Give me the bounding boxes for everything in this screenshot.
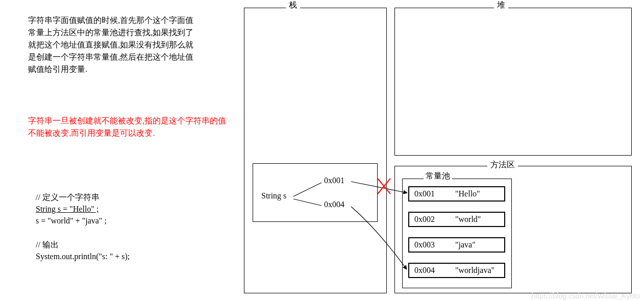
- code-comment-2: // 输出: [36, 239, 59, 251]
- pool-val-3: "worldjava": [455, 266, 494, 275]
- code-comment-1: // 定义一个字符串: [36, 191, 100, 204]
- pool-item-1: 0x002 "world": [408, 212, 505, 227]
- explanation-paragraph-2: 字符串一旦被创建就不能被改变,指的是这个字符串的值不能被改变,而引用变量是可以改…: [28, 115, 232, 139]
- explanation-paragraph-1: 字符串字面值赋值的时候,首先那个这个字面值常量上方法区中的常量池进行查找,如果找…: [28, 14, 202, 76]
- pool-item-3: 0x004 "worldjava": [408, 263, 505, 278]
- heap-label: 堆: [494, 0, 508, 11]
- stack-addr-2: 0x004: [324, 200, 344, 209]
- stack-var-label: String s: [261, 191, 286, 200]
- pool-addr-0: 0x001: [414, 189, 455, 198]
- heap-box: [394, 8, 632, 156]
- code-line-3: System.out.println("s: " + s);: [36, 250, 130, 263]
- pool-addr-2: 0x003: [414, 240, 455, 249]
- const-pool-label: 常量池: [424, 171, 452, 182]
- code-line-2: s = "world" + "java" ;: [36, 215, 107, 227]
- pool-addr-3: 0x004: [414, 266, 455, 275]
- stack-box: [244, 8, 387, 293]
- method-area-label: 方法区: [487, 160, 518, 170]
- stack-label: 栈: [286, 0, 300, 11]
- pool-val-2: "java": [455, 240, 476, 249]
- pool-addr-1: 0x002: [414, 215, 455, 224]
- pool-val-1: "world": [455, 215, 481, 224]
- pool-val-0: "Hello": [455, 189, 480, 198]
- stack-addr-1: 0x001: [324, 176, 344, 185]
- pool-item-2: 0x003 "java": [408, 237, 505, 253]
- watermark: https://blog.csdn.net/Wistar_Kyoto: [532, 292, 640, 300]
- pool-item-0: 0x001 "Hello": [408, 186, 505, 202]
- code-line-1: String s = "Hello" ;: [36, 203, 98, 215]
